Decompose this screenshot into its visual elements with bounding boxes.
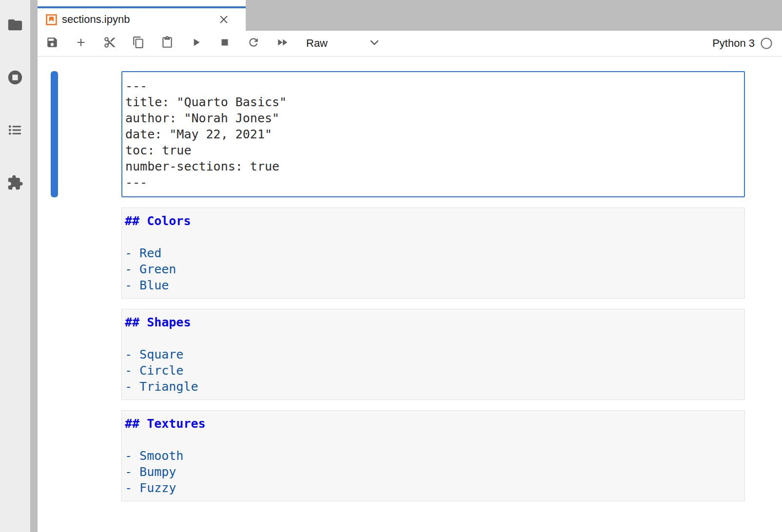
- code-line: author: "Norah Jones": [125, 110, 741, 126]
- cell-markdown-colors: ## Colors - Red - Green - Blue: [38, 208, 782, 299]
- markdown-list-item: - Circle: [125, 362, 742, 379]
- notebook-content: --- title: "Quarto Basics" author: "Nora…: [38, 57, 782, 532]
- sidebar-item-running-kernels[interactable]: [6, 70, 24, 87]
- restart-run-all-button[interactable]: [276, 37, 289, 50]
- cell-collapser[interactable]: [51, 208, 58, 299]
- cut-icon: [103, 36, 116, 51]
- close-tab-icon[interactable]: [217, 13, 230, 26]
- run-cell-button[interactable]: [190, 37, 202, 50]
- copy-icon: [132, 36, 145, 51]
- sidebar-item-extensions[interactable]: [6, 175, 24, 192]
- markdown-list-item: - Fuzzy: [125, 480, 742, 496]
- add-cell-icon: [75, 36, 87, 51]
- markdown-list-item: - Bumpy: [125, 464, 742, 480]
- run-icon: [190, 36, 202, 51]
- tab-sections-ipynb[interactable]: sections.ipynb: [38, 0, 246, 31]
- code-line: ---: [125, 174, 741, 190]
- code-line: date: "May 22, 2021": [125, 126, 741, 142]
- markdown-cell-editor[interactable]: ## Shapes - Square - Circle - Triangle: [121, 309, 745, 400]
- cut-cells-button[interactable]: [103, 37, 116, 50]
- code-line: [125, 229, 742, 245]
- interrupt-kernel-button[interactable]: [218, 37, 231, 50]
- code-line: [125, 432, 742, 448]
- markdown-list-item: - Smooth: [125, 448, 742, 464]
- kernel-status-idle-icon: [760, 37, 773, 50]
- sidebar-item-file-browser[interactable]: [6, 17, 24, 35]
- code-line: ---: [125, 78, 741, 94]
- jupyterlab-window: sections.ipynb: [0, 0, 782, 532]
- tab-content: sections.ipynb: [38, 8, 246, 31]
- kernel-name-button[interactable]: Python 3: [712, 37, 755, 50]
- sidebar-splitter[interactable]: [30, 0, 38, 532]
- main-dock-panel: sections.ipynb: [38, 0, 782, 532]
- markdown-list-item: - Square: [125, 346, 742, 362]
- markdown-list-item: - Blue: [125, 277, 742, 293]
- extensions-icon: [7, 174, 23, 193]
- code-line: toc: true: [125, 142, 741, 158]
- markdown-cell-editor[interactable]: ## Colors - Red - Green - Blue: [121, 208, 745, 299]
- cell-collapser[interactable]: [51, 410, 58, 501]
- cell-raw-frontmatter: --- title: "Quarto Basics" author: "Nora…: [38, 71, 782, 197]
- cell-collapser[interactable]: [51, 71, 58, 197]
- code-line: number-sections: true: [125, 158, 741, 174]
- folder-icon: [7, 17, 23, 35]
- cell-markdown-shapes: ## Shapes - Square - Circle - Triangle: [38, 309, 782, 400]
- markdown-cell-editor[interactable]: ## Textures - Smooth - Bumpy - Fuzzy: [121, 410, 745, 501]
- cell-type-value: Raw: [306, 37, 328, 50]
- save-button[interactable]: [46, 37, 59, 50]
- markdown-heading: ## Colors: [125, 213, 742, 229]
- notebook-file-icon: [45, 14, 58, 26]
- markdown-heading: ## Shapes: [125, 314, 742, 330]
- add-cell-button[interactable]: [75, 37, 87, 50]
- notebook-toolbar: Raw Python 3: [38, 31, 782, 57]
- raw-cell-editor[interactable]: --- title: "Quarto Basics" author: "Nora…: [121, 71, 745, 197]
- left-activity-bar: [0, 0, 30, 532]
- tab-bar: sections.ipynb: [38, 0, 782, 31]
- cell-markdown-textures: ## Textures - Smooth - Bumpy - Fuzzy: [38, 410, 782, 501]
- markdown-heading: ## Textures: [125, 416, 742, 432]
- table-of-contents-icon: [7, 122, 23, 140]
- cell-collapser[interactable]: [51, 309, 58, 400]
- save-icon: [46, 36, 59, 51]
- paste-cells-button[interactable]: [161, 37, 174, 50]
- copy-cells-button[interactable]: [132, 37, 145, 50]
- code-line: title: "Quarto Basics": [125, 94, 741, 110]
- toolbar-button-group: [46, 37, 289, 50]
- stop-icon: [218, 36, 231, 51]
- fast-forward-icon: [276, 36, 289, 51]
- restart-kernel-button[interactable]: [247, 37, 260, 50]
- code-line: [125, 330, 742, 346]
- restart-icon: [247, 36, 260, 51]
- tab-title: sections.ipynb: [62, 13, 217, 26]
- paste-icon: [161, 36, 174, 51]
- sidebar-item-table-of-contents[interactable]: [6, 122, 24, 140]
- markdown-list-item: - Triangle: [125, 379, 742, 395]
- chevron-down-icon: [370, 39, 379, 48]
- running-kernels-icon: [7, 69, 23, 88]
- markdown-list-item: - Green: [125, 261, 742, 277]
- cell-type-dropdown[interactable]: Raw: [306, 37, 379, 50]
- markdown-list-item: - Red: [125, 245, 742, 261]
